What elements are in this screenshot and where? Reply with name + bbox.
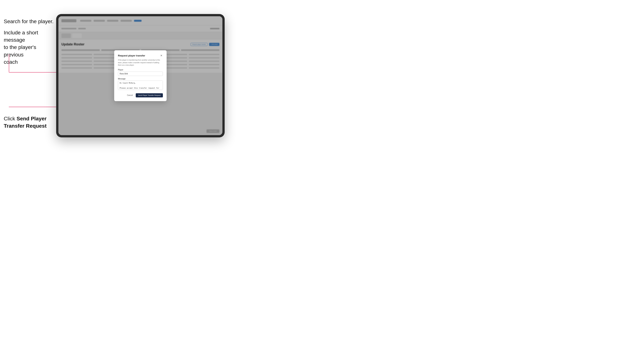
modal-header: Request player transfer ✕ — [118, 54, 163, 57]
tablet-device: Update Roster Request player transfer + … — [56, 14, 225, 137]
annotation-click-text: Click Send Player Transfer Request — [4, 115, 52, 130]
close-icon[interactable]: ✕ — [160, 54, 163, 57]
player-field-group: Player — [118, 69, 163, 76]
cancel-button[interactable]: Cancel — [126, 93, 134, 97]
annotation-message-text: Include a short message to the player's … — [4, 29, 52, 66]
modal-description: If the player is transferring from anoth… — [118, 59, 163, 67]
player-label: Player — [118, 69, 163, 71]
message-field-group: Message Hi Coach McHarg, Please accept t… — [118, 78, 163, 91]
annotation-search-text: Search for the player. — [4, 18, 54, 25]
tablet-screen: Update Roster Request player transfer + … — [58, 16, 222, 135]
send-transfer-request-button[interactable]: Send Player Transfer Request — [136, 93, 163, 97]
message-label: Message — [118, 78, 163, 80]
modal-overlay: Request player transfer ✕ If the player … — [58, 16, 222, 135]
modal-title: Request player transfer — [118, 54, 145, 57]
player-input[interactable] — [118, 72, 163, 76]
message-textarea[interactable]: Hi Coach McHarg, Please accept this tran… — [118, 81, 163, 90]
modal-footer: Cancel Send Player Transfer Request — [118, 93, 163, 97]
transfer-request-modal: Request player transfer ✕ If the player … — [114, 50, 166, 101]
arrow-1-vertical — [9, 54, 9, 73]
